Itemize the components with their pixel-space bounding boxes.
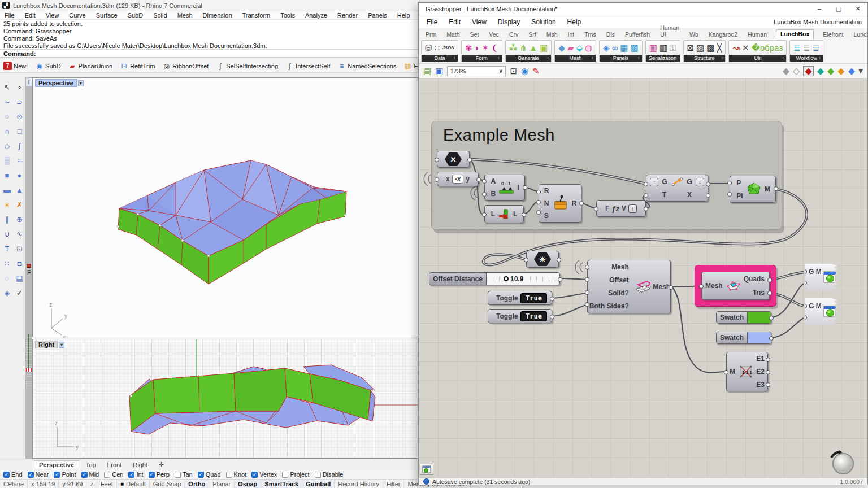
rhino-menu-file[interactable]: File bbox=[5, 12, 15, 19]
minimize-button[interactable]: – bbox=[810, 5, 829, 12]
slider-knob[interactable] bbox=[504, 276, 509, 281]
mesh-gem-icon[interactable]: ⬙ bbox=[576, 43, 583, 52]
input-port[interactable] bbox=[594, 207, 598, 211]
save-file-icon[interactable]: ▣ bbox=[435, 66, 443, 76]
polygon-icon[interactable]: ◇ bbox=[1, 139, 13, 153]
osnap-end[interactable]: End bbox=[3, 471, 23, 478]
surface-icon[interactable]: ▒ bbox=[1, 154, 13, 168]
gh-tab-msh[interactable]: Msh bbox=[545, 30, 559, 39]
gh-tab-crv[interactable]: Crv bbox=[508, 30, 519, 39]
input-port[interactable] bbox=[435, 158, 439, 162]
select-arrow-icon[interactable]: ↖ bbox=[1, 80, 13, 94]
gh-tab-wb[interactable]: Wb bbox=[688, 30, 700, 39]
trim-icon[interactable]: ✗ bbox=[14, 198, 25, 212]
viewport-tab-right[interactable]: Right bbox=[128, 461, 152, 469]
lock-icon[interactable]: ⚿ bbox=[670, 43, 676, 52]
input-m-port[interactable] bbox=[802, 281, 807, 285]
toolbar-item-new[interactable]: 7New! bbox=[3, 62, 28, 70]
blend-icon[interactable]: ∿ bbox=[14, 227, 25, 241]
tri-grid-icon[interactable]: ▩ bbox=[631, 43, 639, 52]
delaunay-mesh-component[interactable]: P Pl M bbox=[730, 176, 776, 203]
gh-tab-set[interactable]: Set bbox=[469, 30, 480, 39]
osnap-checkbox[interactable] bbox=[149, 472, 155, 478]
gem-dropdown-caret[interactable]: ▾ bbox=[858, 67, 863, 76]
rhino-menu-help[interactable]: Help bbox=[397, 12, 410, 19]
status-gumball[interactable]: Gumball bbox=[302, 480, 335, 488]
osnap-vertex[interactable]: Vertex bbox=[251, 471, 277, 478]
circle-pack-icon[interactable]: ∞ bbox=[612, 43, 618, 52]
rhino-command-prompt[interactable]: Command: bbox=[0, 49, 418, 58]
gh-tab-trns[interactable]: Trns bbox=[583, 30, 597, 39]
hex-form-icon[interactable]: ✶ bbox=[482, 43, 489, 52]
input-p-port[interactable] bbox=[727, 181, 732, 185]
input-bothsides-port[interactable] bbox=[585, 302, 589, 307]
output-quads-port[interactable] bbox=[767, 278, 772, 282]
input-offset-port[interactable] bbox=[585, 277, 589, 282]
rhino-menu-surface[interactable]: Surface bbox=[96, 12, 118, 19]
gh-tab-humanui[interactable]: Human UI bbox=[659, 24, 680, 39]
move-component[interactable]: ↑ G G ↓ T X bbox=[646, 175, 708, 202]
gh-menu-solution[interactable]: Solution bbox=[531, 18, 555, 26]
rhino-menu-curve[interactable]: Curve bbox=[69, 12, 85, 19]
expression-component[interactable]: ✕ bbox=[437, 151, 470, 168]
gh-menu-file[interactable]: File bbox=[427, 18, 437, 26]
status-smarttrack[interactable]: SmartTrack bbox=[261, 480, 302, 488]
input-m-port[interactable] bbox=[802, 315, 807, 320]
canvas-image-button[interactable] bbox=[420, 464, 433, 475]
swatch-color-green[interactable] bbox=[748, 312, 771, 323]
gem-blue-icon[interactable]: ◆ bbox=[848, 67, 855, 76]
input-g-port[interactable] bbox=[802, 269, 807, 274]
rhino-command-history[interactable]: 25 points added to selection.Command: Gr… bbox=[0, 20, 418, 49]
layers-cyan-icon[interactable]: ≣ bbox=[793, 43, 801, 52]
status-z[interactable]: z bbox=[86, 480, 97, 488]
viewport-menu-caret[interactable]: ▾ bbox=[59, 342, 64, 348]
preview-off-gem-icon[interactable]: ◆ bbox=[783, 67, 789, 76]
input-t-port[interactable] bbox=[644, 193, 648, 198]
viewport-tab-✛[interactable]: ✛ bbox=[154, 460, 168, 469]
osnap-checkbox[interactable] bbox=[315, 472, 321, 478]
gh-tab-lunchbox[interactable]: LunchBox bbox=[776, 29, 814, 39]
output-port[interactable] bbox=[550, 315, 554, 319]
osnap-checkbox[interactable] bbox=[175, 472, 181, 478]
paint-canvas-icon[interactable]: ✎ bbox=[532, 66, 540, 76]
close-button[interactable]: ✕ bbox=[848, 5, 867, 12]
panel-tab-t[interactable]: T bbox=[25, 77, 32, 86]
extrude-icon[interactable]: ▲ bbox=[14, 183, 25, 197]
status-cplane[interactable]: CPlane bbox=[0, 480, 28, 488]
gh-tab-human[interactable]: Human bbox=[747, 30, 768, 39]
swirl-form-icon[interactable]: ❨ bbox=[491, 43, 498, 52]
rhino-menu-edit[interactable]: Edit bbox=[25, 12, 36, 19]
gh-tab-lunchboxml[interactable]: LunchBoxML bbox=[853, 30, 868, 39]
toolbar-item-refittrim[interactable]: ⊡RefitTrim bbox=[120, 62, 155, 70]
gh-tab-vec[interactable]: Vec bbox=[488, 30, 500, 39]
output-port[interactable] bbox=[557, 258, 561, 262]
osnap-checkbox[interactable] bbox=[54, 472, 60, 478]
toolbar-item-ribbonoffset[interactable]: ◎RibbonOffset bbox=[162, 62, 209, 70]
output-port[interactable] bbox=[558, 277, 562, 282]
truss-icon[interactable]: ⊠ bbox=[687, 43, 695, 52]
osnap-checkbox[interactable] bbox=[81, 472, 88, 478]
status-ortho[interactable]: Ortho bbox=[185, 480, 209, 488]
status-planar[interactable]: Planar bbox=[209, 480, 235, 488]
osnap-project[interactable]: Project bbox=[282, 471, 309, 478]
custom-preview-component-1[interactable]: G M bbox=[805, 264, 837, 291]
osnap-disable[interactable]: Disable bbox=[315, 471, 344, 478]
array-icon[interactable]: ∷ bbox=[1, 256, 13, 271]
toggle-value[interactable]: True bbox=[520, 293, 547, 303]
split-icon[interactable]: ∥ bbox=[1, 212, 13, 226]
output-g-port[interactable] bbox=[706, 182, 710, 186]
input-s-port[interactable] bbox=[536, 210, 541, 215]
rhino-menu-tools[interactable]: Tools bbox=[280, 12, 295, 19]
gem-orange-icon[interactable]: ◆ bbox=[837, 67, 844, 76]
copy-icon[interactable]: ⊡ bbox=[14, 242, 25, 256]
rhino-menu-render[interactable]: Render bbox=[337, 12, 358, 19]
status-default[interactable]: Default bbox=[117, 480, 150, 488]
osnap-checkbox[interactable] bbox=[28, 472, 34, 478]
database-icon[interactable]: ⛁ bbox=[425, 43, 432, 52]
rhino-menu-transform[interactable]: Transform bbox=[242, 12, 271, 19]
input-port[interactable] bbox=[524, 258, 528, 262]
preview-shaded-gem-icon[interactable]: ◆ bbox=[803, 66, 813, 76]
star-form-icon[interactable]: ✾ bbox=[465, 43, 472, 52]
list-length-component[interactable]: L L bbox=[484, 205, 524, 223]
input-n-port[interactable] bbox=[536, 200, 541, 204]
